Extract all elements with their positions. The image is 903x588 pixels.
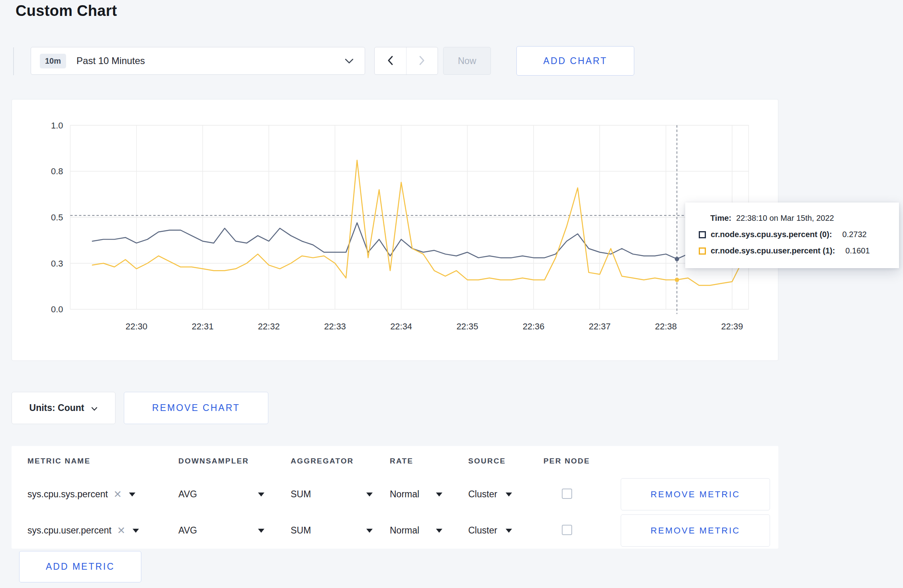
per-node-checkbox[interactable] <box>562 489 572 499</box>
aggregator-select[interactable]: SUM <box>291 525 373 536</box>
tooltip-series-value: 0.1601 <box>845 246 870 255</box>
header-per-node: PER NODE <box>543 457 621 465</box>
tooltip-time: Time:22:38:10 on Mar 15th, 2022 <box>699 214 888 223</box>
add-metric-button[interactable]: ADD METRIC <box>19 551 141 582</box>
per-node-checkbox[interactable] <box>562 525 572 535</box>
chart-panel: 0.00.30.50.81.022:3022:3122:3222:3322:34… <box>12 99 778 361</box>
caret-down-icon <box>133 529 139 533</box>
metric-row: sys.cpu.user.percent ✕ AVG SUM Normal Cl… <box>12 512 778 549</box>
time-range-badge: 10m <box>40 54 66 68</box>
metric-name-value: sys.cpu.user.percent <box>27 525 111 536</box>
source-select[interactable]: Cluster <box>468 525 512 536</box>
svg-text:22:39: 22:39 <box>721 321 743 331</box>
svg-text:0.0: 0.0 <box>51 304 63 314</box>
header-source: SOURCE <box>468 457 543 465</box>
svg-text:22:32: 22:32 <box>258 321 280 331</box>
prev-time-button[interactable] <box>375 47 406 74</box>
next-time-button[interactable] <box>406 47 438 74</box>
chevron-right-icon <box>419 55 425 67</box>
rate-select[interactable]: Normal <box>390 489 442 500</box>
svg-text:22:36: 22:36 <box>523 321 545 331</box>
chevron-down-icon <box>345 58 354 66</box>
source-select[interactable]: Cluster <box>468 489 512 500</box>
caret-down-icon <box>129 493 135 496</box>
downsampler-value: AVG <box>178 489 197 500</box>
downsampler-select[interactable]: AVG <box>178 489 264 500</box>
caret-down-icon <box>506 529 512 533</box>
now-button[interactable]: Now <box>443 47 491 75</box>
source-value: Cluster <box>468 489 497 500</box>
add-chart-button[interactable]: ADD CHART <box>516 46 634 76</box>
header-rate: RATE <box>390 457 468 465</box>
svg-text:22:38: 22:38 <box>655 321 677 331</box>
toolbar-divider <box>13 47 14 75</box>
header-downsampler: DOWNSAMPLER <box>178 457 291 465</box>
line-chart[interactable]: 0.00.30.50.81.022:3022:3122:3222:3322:34… <box>12 99 778 360</box>
chevron-down-icon <box>91 403 98 413</box>
downsampler-select[interactable]: AVG <box>178 525 264 536</box>
tooltip-series-value: 0.2732 <box>842 230 867 239</box>
caret-down-icon <box>366 529 373 533</box>
svg-text:0.5: 0.5 <box>51 212 63 222</box>
caret-down-icon <box>258 529 264 533</box>
tooltip-series-row: cr.node.sys.cpu.sys.percent (0): 0.2732 <box>699 230 888 239</box>
time-range-dropdown[interactable]: 10m Past 10 Minutes <box>31 47 365 75</box>
units-label: Units: Count <box>29 403 84 413</box>
rate-value: Normal <box>390 489 419 500</box>
clear-metric-icon[interactable]: ✕ <box>113 489 122 499</box>
toolbar: 10m Past 10 Minutes Now ADD CHART <box>0 47 903 77</box>
caret-down-icon <box>258 493 264 496</box>
metric-name-select[interactable]: sys.cpu.sys.percent ✕ <box>27 489 178 500</box>
svg-text:0.3: 0.3 <box>51 259 63 269</box>
tooltip-time-value: 22:38:10 on Mar 15th, 2022 <box>736 214 834 222</box>
series-sys-swatch-icon <box>699 231 706 238</box>
metrics-table-header: METRIC NAME DOWNSAMPLER AGGREGATOR RATE … <box>12 446 778 476</box>
time-range-label: Past 10 Minutes <box>76 55 145 66</box>
custom-chart-page: Custom Chart 10m Past 10 Minutes Now AD <box>0 0 903 588</box>
svg-text:22:31: 22:31 <box>192 321 214 331</box>
svg-text:22:37: 22:37 <box>589 321 611 331</box>
page-title: Custom Chart <box>16 2 117 19</box>
tooltip-series-row: cr.node.sys.cpu.user.percent (1): 0.1601 <box>699 246 888 255</box>
metric-row: sys.cpu.sys.percent ✕ AVG SUM Normal Clu… <box>12 476 778 512</box>
rate-select[interactable]: Normal <box>390 525 442 536</box>
metric-name-value: sys.cpu.sys.percent <box>27 489 108 500</box>
remove-chart-button[interactable]: REMOVE CHART <box>124 392 268 424</box>
tooltip-time-label: Time: <box>710 214 731 222</box>
chart-controls: Units: Count REMOVE CHART <box>12 392 268 424</box>
chevron-left-icon <box>387 55 393 67</box>
aggregator-select[interactable]: SUM <box>291 489 373 500</box>
svg-text:22:33: 22:33 <box>324 321 346 331</box>
clear-metric-icon[interactable]: ✕ <box>117 526 125 535</box>
tooltip-series-label: cr.node.sys.cpu.sys.percent (0): <box>711 230 832 239</box>
svg-text:22:30: 22:30 <box>125 321 147 331</box>
svg-text:1.0: 1.0 <box>51 121 63 130</box>
remove-metric-button[interactable]: REMOVE METRIC <box>621 514 770 547</box>
svg-text:22:35: 22:35 <box>456 321 478 331</box>
caret-down-icon <box>506 493 512 496</box>
aggregator-value: SUM <box>291 489 311 500</box>
metric-name-select[interactable]: sys.cpu.user.percent ✕ <box>27 525 178 536</box>
metrics-table: METRIC NAME DOWNSAMPLER AGGREGATOR RATE … <box>12 446 778 549</box>
caret-down-icon <box>366 493 373 496</box>
aggregator-value: SUM <box>291 525 311 536</box>
source-value: Cluster <box>468 525 497 536</box>
svg-text:0.8: 0.8 <box>51 166 63 176</box>
chart-tooltip: Time:22:38:10 on Mar 15th, 2022 cr.node.… <box>685 202 899 268</box>
units-dropdown[interactable]: Units: Count <box>12 392 115 424</box>
time-step-group <box>374 47 438 75</box>
rate-value: Normal <box>390 525 419 536</box>
header-metric-name: METRIC NAME <box>27 457 178 465</box>
downsampler-value: AVG <box>178 525 197 536</box>
svg-text:22:34: 22:34 <box>390 321 412 331</box>
caret-down-icon <box>436 493 442 496</box>
series-user-swatch-icon <box>699 247 706 255</box>
tooltip-series-label: cr.node.sys.cpu.user.percent (1): <box>711 246 835 255</box>
header-aggregator: AGGREGATOR <box>291 457 390 465</box>
caret-down-icon <box>436 529 442 533</box>
remove-metric-button[interactable]: REMOVE METRIC <box>621 478 770 510</box>
